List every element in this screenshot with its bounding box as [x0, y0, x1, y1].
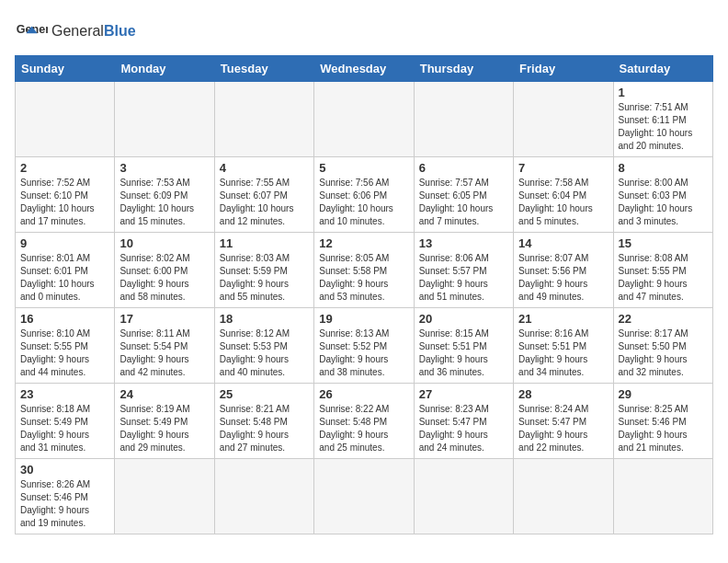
calendar-cell: 16Sunrise: 8:10 AM Sunset: 5:55 PM Dayli… — [16, 308, 115, 384]
calendar-cell: 30Sunrise: 8:26 AM Sunset: 5:46 PM Dayli… — [16, 459, 115, 534]
day-info: Sunrise: 8:21 AM Sunset: 5:48 PM Dayligh… — [220, 403, 309, 454]
calendar-cell: 18Sunrise: 8:12 AM Sunset: 5:53 PM Dayli… — [214, 308, 313, 384]
logo-icon: General — [15, 15, 48, 48]
calendar-cell: 19Sunrise: 8:13 AM Sunset: 5:52 PM Dayli… — [314, 308, 414, 384]
calendar-cell: 17Sunrise: 8:11 AM Sunset: 5:54 PM Dayli… — [115, 308, 214, 384]
day-info: Sunrise: 7:58 AM Sunset: 6:04 PM Dayligh… — [518, 177, 608, 228]
calendar-cell: 14Sunrise: 8:07 AM Sunset: 5:56 PM Dayli… — [514, 233, 613, 308]
calendar-cell: 29Sunrise: 8:25 AM Sunset: 5:46 PM Dayli… — [613, 384, 712, 459]
calendar-cell: 22Sunrise: 8:17 AM Sunset: 5:50 PM Dayli… — [613, 308, 712, 384]
calendar-cell: 7Sunrise: 7:58 AM Sunset: 6:04 PM Daylig… — [514, 157, 613, 233]
calendar-cell: 11Sunrise: 8:03 AM Sunset: 5:59 PM Dayli… — [214, 233, 313, 308]
calendar-cell: 26Sunrise: 8:22 AM Sunset: 5:48 PM Dayli… — [314, 384, 414, 459]
col-header-sunday: Sunday — [16, 56, 115, 82]
day-number: 9 — [20, 236, 109, 250]
day-number: 12 — [319, 236, 408, 250]
day-number: 19 — [319, 312, 408, 326]
calendar-cell: 13Sunrise: 8:06 AM Sunset: 5:57 PM Dayli… — [414, 233, 513, 308]
day-info: Sunrise: 8:18 AM Sunset: 5:49 PM Dayligh… — [20, 403, 109, 454]
day-info: Sunrise: 8:10 AM Sunset: 5:55 PM Dayligh… — [20, 327, 109, 379]
day-number: 29 — [619, 387, 708, 401]
calendar-cell — [514, 82, 613, 157]
calendar-cell: 27Sunrise: 8:23 AM Sunset: 5:47 PM Dayli… — [414, 384, 513, 459]
day-info: Sunrise: 8:11 AM Sunset: 5:54 PM Dayligh… — [119, 327, 209, 379]
day-info: Sunrise: 8:25 AM Sunset: 5:46 PM Dayligh… — [619, 403, 708, 454]
day-info: Sunrise: 8:07 AM Sunset: 5:56 PM Dayligh… — [518, 252, 608, 304]
calendar-cell: 21Sunrise: 8:16 AM Sunset: 5:51 PM Dayli… — [514, 308, 613, 384]
day-number: 21 — [518, 312, 608, 326]
day-number: 15 — [619, 236, 708, 250]
day-info: Sunrise: 8:06 AM Sunset: 5:57 PM Dayligh… — [419, 252, 508, 304]
day-number: 16 — [20, 312, 109, 326]
col-header-monday: Monday — [115, 56, 214, 82]
col-header-friday: Friday — [514, 56, 613, 82]
calendar-cell: 10Sunrise: 8:02 AM Sunset: 6:00 PM Dayli… — [115, 233, 214, 308]
day-info: Sunrise: 8:17 AM Sunset: 5:50 PM Dayligh… — [619, 327, 708, 379]
day-number: 30 — [20, 463, 109, 477]
day-number: 24 — [119, 387, 209, 401]
day-number: 28 — [518, 387, 608, 401]
day-info: Sunrise: 8:16 AM Sunset: 5:51 PM Dayligh… — [518, 327, 608, 379]
day-number: 18 — [220, 312, 309, 326]
col-header-saturday: Saturday — [613, 56, 712, 82]
day-number: 3 — [119, 161, 209, 175]
col-header-wednesday: Wednesday — [314, 56, 414, 82]
calendar-cell — [414, 82, 513, 157]
day-info: Sunrise: 8:23 AM Sunset: 5:47 PM Dayligh… — [419, 403, 508, 454]
day-number: 8 — [619, 161, 708, 175]
page-header: General GeneralBlue — [15, 15, 713, 48]
calendar-cell: 5Sunrise: 7:56 AM Sunset: 6:06 PM Daylig… — [314, 157, 414, 233]
day-number: 7 — [518, 161, 608, 175]
calendar-cell — [314, 82, 414, 157]
calendar-cell: 6Sunrise: 7:57 AM Sunset: 6:05 PM Daylig… — [414, 157, 513, 233]
calendar-cell: 15Sunrise: 8:08 AM Sunset: 5:55 PM Dayli… — [613, 233, 712, 308]
day-number: 23 — [20, 387, 109, 401]
calendar-cell — [613, 459, 712, 534]
calendar-cell: 2Sunrise: 7:52 AM Sunset: 6:10 PM Daylig… — [16, 157, 115, 233]
day-info: Sunrise: 8:19 AM Sunset: 5:49 PM Dayligh… — [119, 403, 209, 454]
calendar-cell: 23Sunrise: 8:18 AM Sunset: 5:49 PM Dayli… — [16, 384, 115, 459]
calendar-cell: 3Sunrise: 7:53 AM Sunset: 6:09 PM Daylig… — [115, 157, 214, 233]
calendar-cell — [115, 459, 214, 534]
day-info: Sunrise: 8:15 AM Sunset: 5:51 PM Dayligh… — [419, 327, 508, 379]
calendar-cell — [214, 459, 313, 534]
calendar-cell: 20Sunrise: 8:15 AM Sunset: 5:51 PM Dayli… — [414, 308, 513, 384]
day-info: Sunrise: 8:05 AM Sunset: 5:58 PM Dayligh… — [319, 252, 408, 304]
week-row-0: 1Sunrise: 7:51 AM Sunset: 6:11 PM Daylig… — [16, 82, 713, 157]
day-info: Sunrise: 8:03 AM Sunset: 5:59 PM Dayligh… — [220, 252, 309, 304]
day-info: Sunrise: 8:08 AM Sunset: 5:55 PM Dayligh… — [619, 252, 708, 304]
day-number: 14 — [518, 236, 608, 250]
calendar-cell — [514, 459, 613, 534]
day-info: Sunrise: 8:02 AM Sunset: 6:00 PM Dayligh… — [119, 252, 209, 304]
day-info: Sunrise: 8:26 AM Sunset: 5:46 PM Dayligh… — [20, 478, 109, 530]
calendar-cell: 24Sunrise: 8:19 AM Sunset: 5:49 PM Dayli… — [115, 384, 214, 459]
col-header-thursday: Thursday — [414, 56, 513, 82]
calendar-cell — [214, 82, 313, 157]
calendar-cell — [414, 459, 513, 534]
day-number: 25 — [220, 387, 309, 401]
day-info: Sunrise: 7:55 AM Sunset: 6:07 PM Dayligh… — [220, 177, 309, 228]
day-info: Sunrise: 8:13 AM Sunset: 5:52 PM Dayligh… — [319, 327, 408, 379]
day-number: 10 — [119, 236, 209, 250]
day-info: Sunrise: 7:56 AM Sunset: 6:06 PM Dayligh… — [319, 177, 408, 228]
week-row-2: 9Sunrise: 8:01 AM Sunset: 6:01 PM Daylig… — [16, 233, 713, 308]
day-number: 6 — [419, 161, 508, 175]
calendar-cell: 9Sunrise: 8:01 AM Sunset: 6:01 PM Daylig… — [16, 233, 115, 308]
day-info: Sunrise: 8:00 AM Sunset: 6:03 PM Dayligh… — [619, 177, 708, 228]
day-number: 26 — [319, 387, 408, 401]
calendar-cell — [16, 82, 115, 157]
week-row-1: 2Sunrise: 7:52 AM Sunset: 6:10 PM Daylig… — [16, 157, 713, 233]
calendar-cell: 4Sunrise: 7:55 AM Sunset: 6:07 PM Daylig… — [214, 157, 313, 233]
day-number: 5 — [319, 161, 408, 175]
day-info: Sunrise: 8:12 AM Sunset: 5:53 PM Dayligh… — [220, 327, 309, 379]
calendar-cell: 12Sunrise: 8:05 AM Sunset: 5:58 PM Dayli… — [314, 233, 414, 308]
week-row-5: 30Sunrise: 8:26 AM Sunset: 5:46 PM Dayli… — [16, 459, 713, 534]
day-info: Sunrise: 8:01 AM Sunset: 6:01 PM Dayligh… — [20, 252, 109, 304]
calendar-cell: 25Sunrise: 8:21 AM Sunset: 5:48 PM Dayli… — [214, 384, 313, 459]
day-info: Sunrise: 7:53 AM Sunset: 6:09 PM Dayligh… — [119, 177, 209, 228]
day-info: Sunrise: 8:22 AM Sunset: 5:48 PM Dayligh… — [319, 403, 408, 454]
week-row-4: 23Sunrise: 8:18 AM Sunset: 5:49 PM Dayli… — [16, 384, 713, 459]
day-number: 27 — [419, 387, 508, 401]
calendar-table: SundayMondayTuesdayWednesdayThursdayFrid… — [15, 55, 713, 534]
day-number: 1 — [619, 86, 708, 99]
